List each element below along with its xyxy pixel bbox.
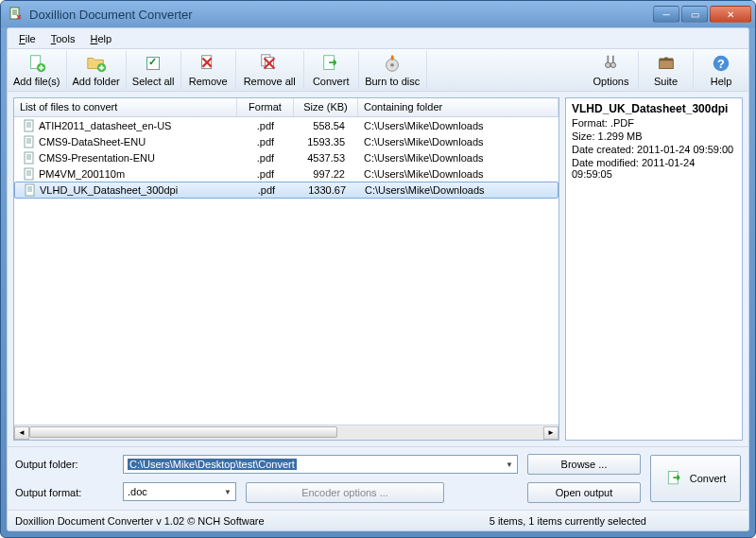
svg-rect-21 xyxy=(26,184,34,196)
title-bar[interactable]: Doxillion Document Converter ─ ▭ ✕ xyxy=(1,1,755,27)
svg-rect-12 xyxy=(659,60,673,68)
convert-icon xyxy=(320,53,341,74)
svg-rect-20 xyxy=(25,168,33,180)
table-row[interactable]: ATIH2011_datasheet_en-US.pdf558.54C:\Use… xyxy=(14,117,558,133)
details-format: Format: .PDF xyxy=(572,117,736,129)
menu-tools[interactable]: Tools xyxy=(43,31,83,46)
add-file-icon xyxy=(26,53,47,74)
file-icon xyxy=(24,135,35,148)
horizontal-scrollbar[interactable]: ◄ ► xyxy=(14,425,558,440)
menu-bar: File Tools Help xyxy=(8,28,748,49)
list-header[interactable]: List of files to convert Format Size (KB… xyxy=(14,98,558,117)
file-icon xyxy=(24,167,35,181)
open-output-button[interactable]: Open output xyxy=(527,482,641,503)
app-icon xyxy=(9,7,24,22)
menu-help[interactable]: Help xyxy=(82,31,119,46)
svg-rect-17 xyxy=(25,120,33,131)
svg-point-11 xyxy=(610,62,616,68)
convert-button[interactable]: Convert xyxy=(304,51,359,89)
add-files-button[interactable]: Add file(s) xyxy=(8,51,67,89)
burn-button[interactable]: Burn to disc xyxy=(359,51,427,89)
browse-button[interactable]: Browse ... xyxy=(527,454,641,475)
details-size: Size: 1.299 MB xyxy=(572,130,736,142)
add-folder-button[interactable]: Add folder xyxy=(67,51,127,89)
file-list[interactable]: List of files to convert Format Size (KB… xyxy=(13,97,559,441)
output-format-label: Output format: xyxy=(15,487,113,498)
details-title: VLHD_UK_Datasheet_300dpi xyxy=(572,102,736,115)
output-format-combo[interactable]: .doc ▼ xyxy=(123,482,236,501)
status-bar: Doxillion Document Converter v 1.02 © NC… xyxy=(8,510,748,530)
window-title: Doxillion Document Converter xyxy=(29,8,653,22)
table-row[interactable]: PM4VM_200110m.pdf997.22C:\Users\Mike\Dow… xyxy=(14,165,558,182)
file-icon xyxy=(25,183,36,197)
column-size[interactable]: Size (KB) xyxy=(294,98,358,116)
scroll-right-button[interactable]: ► xyxy=(543,426,558,440)
remove-icon xyxy=(198,53,218,74)
details-panel: VLHD_UK_Datasheet_300dpi Format: .PDF Si… xyxy=(565,97,743,441)
output-folder-combo[interactable]: C:\Users\Mike\Desktop\test\Convert ▼ xyxy=(123,455,518,474)
toolbar: Add file(s) Add folder Select all Remove… xyxy=(8,49,748,92)
svg-rect-18 xyxy=(25,136,33,148)
select-all-icon xyxy=(143,53,163,74)
file-icon xyxy=(24,119,35,132)
convert-icon xyxy=(665,469,684,488)
output-area: Output folder: C:\Users\Mike\Desktop\tes… xyxy=(8,446,748,510)
scroll-thumb[interactable] xyxy=(29,426,337,438)
chevron-down-icon: ▼ xyxy=(224,488,232,496)
help-button[interactable]: ? Help xyxy=(694,51,748,89)
menu-file[interactable]: File xyxy=(11,31,43,46)
select-all-button[interactable]: Select all xyxy=(127,51,181,89)
svg-point-10 xyxy=(605,62,610,68)
svg-text:?: ? xyxy=(717,57,725,71)
svg-point-9 xyxy=(390,63,394,67)
table-row[interactable]: CMS9-DataSheet-ENU.pdf1593.35C:\Users\Mi… xyxy=(14,133,558,149)
app-window: Doxillion Document Converter ─ ▭ ✕ File … xyxy=(0,0,756,538)
table-row[interactable]: VLHD_UK_Datasheet_300dpi.pdf1330.67C:\Us… xyxy=(14,182,558,199)
minimize-button[interactable]: ─ xyxy=(653,6,679,23)
file-icon xyxy=(24,151,35,165)
help-icon: ? xyxy=(711,53,731,74)
remove-button[interactable]: Remove xyxy=(181,51,236,89)
table-row[interactable]: CMS9-Presentation-ENU.pdf4537.53C:\Users… xyxy=(14,149,558,165)
column-name[interactable]: List of files to convert xyxy=(14,98,237,116)
svg-rect-14 xyxy=(664,58,668,61)
svg-rect-19 xyxy=(25,152,33,164)
column-folder[interactable]: Containing folder xyxy=(358,98,558,116)
suite-button[interactable]: Suite xyxy=(639,51,694,89)
convert-main-button[interactable]: Convert xyxy=(650,455,741,502)
encoder-options-button[interactable]: Encoder options ... xyxy=(246,482,444,503)
maximize-button[interactable]: ▭ xyxy=(681,6,708,23)
svg-rect-0 xyxy=(10,8,19,19)
status-left: Doxillion Document Converter v 1.02 © NC… xyxy=(15,515,265,527)
options-button[interactable]: Options xyxy=(584,51,639,89)
status-right: 5 items, 1 items currently selected xyxy=(490,515,741,527)
burn-icon xyxy=(382,53,403,74)
details-modified: Date modified: 2011-01-24 09:59:05 xyxy=(572,157,736,180)
output-folder-label: Output folder: xyxy=(15,459,113,470)
remove-all-icon xyxy=(259,53,280,74)
details-created: Date created: 2011-01-24 09:59:00 xyxy=(572,144,736,155)
add-folder-icon xyxy=(86,53,107,74)
remove-all-button[interactable]: Remove all xyxy=(236,51,304,89)
scroll-left-button[interactable]: ◄ xyxy=(14,426,29,440)
chevron-down-icon: ▼ xyxy=(506,460,513,469)
close-button[interactable]: ✕ xyxy=(710,6,751,23)
options-icon xyxy=(601,53,622,74)
suite-icon xyxy=(656,53,677,74)
column-format[interactable]: Format xyxy=(237,98,294,116)
